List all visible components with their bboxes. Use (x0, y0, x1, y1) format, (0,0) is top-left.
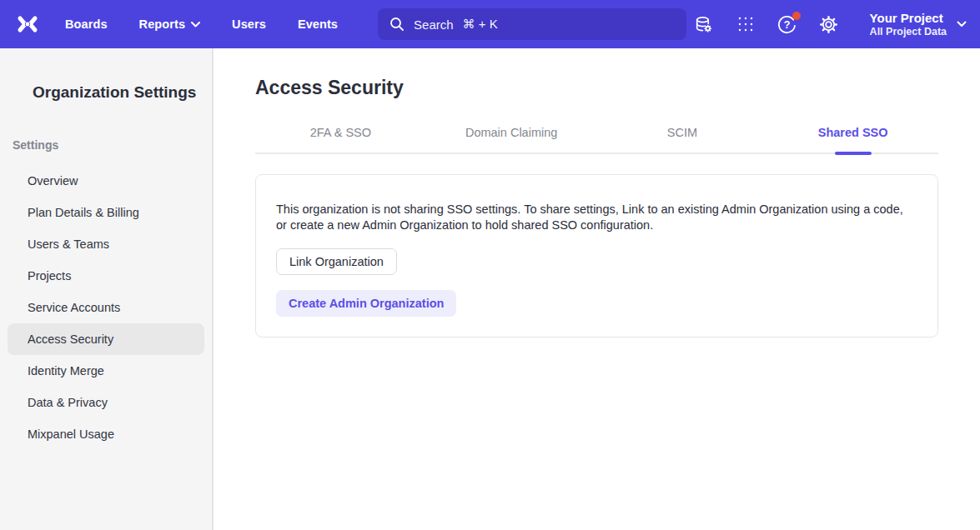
sidebar-list: Overview Plan Details & Billing Users & … (0, 165, 212, 450)
active-tab-indicator (835, 152, 872, 155)
shared-sso-card: This organization is not sharing SSO set… (255, 174, 938, 338)
notification-dot (792, 12, 801, 20)
create-admin-organization-button[interactable]: Create Admin Organization (276, 290, 456, 317)
tab-2fa-sso[interactable]: 2FA & SSO (255, 126, 426, 152)
tab-scim-label: SCIM (667, 126, 697, 139)
tab-domain-claiming[interactable]: Domain Claiming (426, 126, 597, 152)
sidebar-section-label: Settings (0, 138, 212, 152)
sidebar-item-overview[interactable]: Overview (8, 165, 204, 197)
primary-nav: Boards Reports Users Events (65, 18, 338, 31)
sidebar-item-access-security[interactable]: Access Security (8, 323, 204, 355)
sidebar-item-users-teams[interactable]: Users & Teams (8, 228, 204, 260)
main-content: Access Security 2FA & SSO Domain Claimin… (214, 48, 980, 530)
nav-item-events-label: Events (298, 18, 338, 31)
search-icon (389, 17, 405, 32)
nav-right-cluster: ? Your Project All Project Data (693, 11, 967, 38)
settings-sidebar: Organization Settings Settings Overview … (0, 48, 214, 530)
top-navigation: Boards Reports Users Events Search ⌘ + K (0, 0, 980, 48)
tab-shared-sso[interactable]: Shared SSO (767, 126, 938, 152)
sidebar-item-plan-details-billing[interactable]: Plan Details & Billing (8, 197, 204, 228)
sidebar-item-data-privacy[interactable]: Data & Privacy (8, 387, 204, 418)
tab-bar: 2FA & SSO Domain Claiming SCIM Shared SS… (255, 126, 938, 154)
project-data-scope: All Project Data (870, 26, 947, 38)
project-name: Your Project (870, 11, 947, 26)
sidebar-item-projects[interactable]: Projects (8, 260, 204, 292)
sidebar-item-mixpanel-usage[interactable]: Mixpanel Usage (8, 418, 204, 450)
search-shortcut: ⌘ + K (463, 17, 498, 32)
search-input[interactable]: Search ⌘ + K (378, 8, 686, 40)
sidebar-item-identity-merge[interactable]: Identity Merge (8, 355, 204, 387)
link-organization-button[interactable]: Link Organization (276, 248, 397, 275)
nav-item-reports-label: Reports (139, 18, 186, 31)
project-switcher[interactable]: Your Project All Project Data (870, 11, 967, 38)
mixpanel-logo-icon[interactable] (13, 10, 42, 38)
chevron-down-icon (957, 21, 967, 28)
settings-gear-icon[interactable] (818, 13, 840, 35)
search-placeholder: Search (414, 18, 454, 32)
sidebar-title: Organization Settings (0, 83, 212, 102)
tab-2fa-sso-label: 2FA & SSO (310, 126, 371, 139)
page-title: Access Security (255, 77, 938, 99)
sidebar-item-service-accounts[interactable]: Service Accounts (8, 292, 204, 323)
nav-item-reports[interactable]: Reports (139, 18, 201, 31)
tab-domain-claiming-label: Domain Claiming (465, 126, 557, 139)
tab-shared-sso-label: Shared SSO (818, 126, 888, 139)
nav-item-users[interactable]: Users (232, 18, 266, 31)
tab-scim[interactable]: SCIM (597, 126, 768, 152)
apps-grid-icon[interactable] (735, 13, 756, 35)
svg-text:?: ? (784, 18, 791, 30)
nav-item-events[interactable]: Events (298, 18, 338, 31)
help-icon[interactable]: ? (776, 13, 798, 35)
shared-sso-description: This organization is not sharing SSO set… (276, 202, 914, 233)
chevron-down-icon (191, 22, 200, 28)
nav-item-users-label: Users (232, 18, 266, 31)
nav-item-boards[interactable]: Boards (65, 18, 108, 31)
nav-item-boards-label: Boards (65, 18, 108, 31)
data-management-icon[interactable] (693, 13, 715, 35)
